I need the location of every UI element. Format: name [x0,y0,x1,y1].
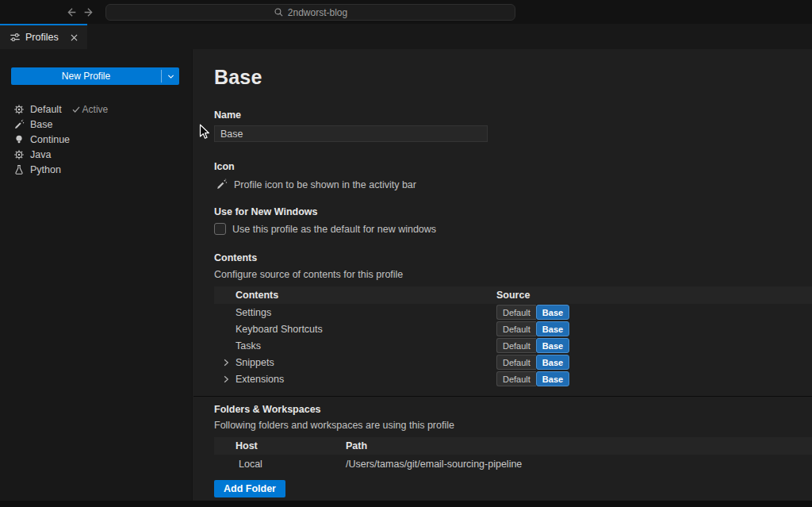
titlebar: 2ndworst-blog [0,0,812,24]
profile-label: Default [30,104,62,115]
contents-table: Contents Source Settings Default Base Ke… [214,286,812,387]
profile-icon-picker[interactable]: Profile icon to be shown in the activity… [214,179,812,190]
folders-workspaces-section: Folders & Workspaces Following folders a… [193,396,812,497]
new-windows-section-label: Use for New Windows [214,206,812,217]
folders-table: Host Path Local /Users/tamas/git/email-s… [214,437,812,474]
profile-label: Continue [30,134,70,145]
source-toggle: Default Base [496,338,569,353]
profile-name-input[interactable] [214,125,488,142]
profile-list: Default Active Base Continu [0,102,192,177]
source-base-button[interactable]: Base [536,338,569,353]
close-icon[interactable] [67,31,80,44]
add-folder-button[interactable]: Add Folder [214,480,285,497]
tab-profiles[interactable]: Profiles [0,24,87,49]
icon-section-label: Icon [214,161,812,172]
column-contents: Contents [214,290,496,301]
profile-item-default[interactable]: Default Active [0,102,192,117]
contents-row-settings: Settings Default Base [214,304,812,321]
profile-label: Java [30,149,51,160]
folder-row-local[interactable]: Local /Users/tamas/git/email-sourcing-pi… [214,455,812,474]
profile-item-continue[interactable]: Continue [0,132,192,147]
pencil-icon [216,179,228,190]
gear-icon [13,104,25,115]
contents-row-keyboard-shortcuts: Keyboard Shortcuts Default Base [214,321,812,337]
source-default-button[interactable]: Default [496,355,536,370]
chevron-right-icon[interactable] [221,358,231,367]
pencil-icon [13,119,25,130]
source-toggle: Default Base [496,355,569,370]
folder-host: Local [214,459,346,470]
contents-section-description: Configure source of contents for this pr… [214,269,812,280]
gear-icon [13,149,25,160]
source-toggle: Default Base [496,371,569,386]
command-center-text: 2ndworst-blog [288,7,347,18]
vscode-window: 2ndworst-blog Profiles New Profile [0,0,812,507]
contents-section-label: Contents [214,252,812,263]
source-toggle: Default Base [496,321,569,336]
new-profile-button[interactable]: New Profile [11,67,179,85]
active-badge: Active [72,104,109,115]
tune-sliders-icon [10,32,21,43]
window-bottom-edge [0,501,812,507]
profile-label: Python [30,164,61,175]
source-base-button[interactable]: Base [536,305,569,320]
profile-item-base[interactable]: Base [0,117,192,132]
beaker-icon [13,164,25,175]
source-default-button[interactable]: Default [496,305,536,320]
profiles-editor: New Profile Default Active [0,49,812,501]
checkbox-label: Use this profile as the default for new … [232,224,436,235]
column-path: Path [346,440,812,451]
chevron-down-icon[interactable] [162,67,179,85]
lightbulb-icon [13,134,25,145]
column-host: Host [214,440,346,451]
profile-item-java[interactable]: Java [0,147,192,162]
page-title: Base [214,65,812,89]
folders-section-description: Following folders and workspaces are usi… [214,420,812,431]
contents-row-snippets: Snippets Default Base [214,354,812,371]
source-default-button[interactable]: Default [496,371,536,386]
default-for-new-windows-checkbox[interactable] [214,223,226,235]
profile-label: Base [30,119,53,130]
back-icon[interactable] [64,6,78,19]
name-section-label: Name [214,109,812,121]
chevron-right-icon[interactable] [221,374,231,384]
contents-row-tasks: Tasks Default Base [214,337,812,354]
source-toggle: Default Base [496,305,569,320]
source-default-button[interactable]: Default [496,338,536,353]
contents-row-extensions: Extensions Default Base [214,371,812,387]
contents-table-header: Contents Source [214,286,812,304]
search-icon [274,7,284,17]
folders-table-header: Host Path [214,437,812,455]
check-icon [72,106,80,113]
forward-icon[interactable] [82,6,96,19]
source-base-button[interactable]: Base [536,371,569,386]
profiles-sidebar: New Profile Default Active [0,49,193,501]
source-default-button[interactable]: Default [496,321,536,336]
command-center-search[interactable]: 2ndworst-blog [105,4,515,21]
column-source: Source [496,290,812,301]
folders-section-label: Folders & Workspaces [214,404,812,415]
source-base-button[interactable]: Base [536,321,569,336]
tab-label: Profiles [25,32,59,43]
new-profile-button-label[interactable]: New Profile [11,67,161,85]
profile-editor-main: Base Name Icon Profile icon to be shown … [193,49,812,501]
folder-path: /Users/tamas/git/email-sourcing-pipeline [346,459,812,470]
icon-section-description: Profile icon to be shown in the activity… [234,179,416,190]
profile-item-python[interactable]: Python [0,162,192,177]
source-base-button[interactable]: Base [536,355,569,370]
tab-bar: Profiles [0,24,812,49]
